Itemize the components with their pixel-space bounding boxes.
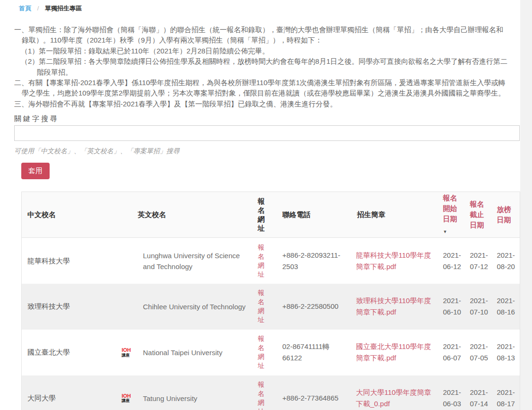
search-input[interactable]	[14, 125, 520, 141]
english-name-text: Tatung University	[143, 393, 197, 404]
header-chinese-name: 中文校名	[22, 192, 116, 238]
registration-start-cell: 2021-06-07	[439, 330, 466, 375]
english-name-text: Chihlee University of Technology	[143, 301, 246, 312]
phone-cell: 02-86741111轉66122	[277, 330, 352, 375]
english-name-text: Lunghwa University of Science and Techno…	[143, 250, 247, 272]
chinese-name-cell: 國立臺北大學	[22, 330, 116, 375]
chinese-name-cell: 致理科技大學	[22, 284, 116, 330]
intro-marker: 一、	[14, 26, 28, 34]
sort-descending-icon: ▼	[443, 227, 463, 237]
english-name-cell: IOH 講座 National Taipei University	[116, 330, 252, 375]
brochure-pdf-link[interactable]: 龍華科技大學110學年度簡章下載.pdf	[356, 251, 431, 270]
ioh-lecture-badge[interactable]: IOH 講座	[122, 348, 143, 357]
registration-url-link[interactable]: 報名網址	[258, 288, 266, 324]
registration-start-cell: 2021-06-12	[439, 238, 466, 284]
breadcrumb-current: 單獨招生專區	[45, 5, 82, 12]
header-brochure: 招生簡章	[352, 192, 439, 238]
header-english-name: 英文校名	[116, 192, 252, 238]
registration-url-link[interactable]: 報名網址	[258, 380, 266, 410]
english-name-cell: IOH 講座 Chihlee University of Technology	[116, 284, 252, 330]
breadcrumb-separator: /	[37, 5, 39, 12]
apply-button[interactable]: 套用	[21, 163, 50, 179]
english-name-text: National Taipei University	[143, 347, 223, 358]
announce-date-cell: 2021-08-17	[493, 375, 520, 410]
header-registration-start-text[interactable]: 報名開始日期	[443, 194, 457, 223]
registration-end-cell: 2021-07-05	[466, 330, 493, 375]
intro-text: 第一階段單招：錄取結果已於110年（2021年）2月28日前陸續公佈完畢。	[39, 47, 269, 55]
intro-marker: （1）	[21, 47, 39, 55]
phone-cell: +886-2-22580500	[277, 284, 352, 330]
phone-cell: +886-2-82093211-2503	[277, 238, 352, 284]
table-row: 致理科技大學 IOH 講座 Chihlee University of Tech…	[22, 284, 520, 330]
table-body: 龍華科技大學 IOH 講座 Lunghwa University of Scie…	[22, 238, 520, 410]
brochure-pdf-link[interactable]: 大同大學110學年度簡章下載_0.pdf	[356, 388, 431, 408]
announce-date-cell: 2021-08-20	[493, 238, 520, 284]
announce-date-cell: 2021-08-13	[493, 330, 520, 375]
registration-url-cell: 報名網址	[252, 375, 277, 410]
table-row: 國立臺北大學 IOH 講座 National Taipei University…	[22, 330, 520, 375]
ioh-badge-top: IOH	[122, 348, 143, 353]
content-panel: 首頁 / 單獨招生專區 一、單獨招生：除了海外聯招會（簡稱「海聯」）的聯合招生（…	[0, 0, 520, 410]
intro-marker: 三、	[14, 100, 28, 108]
intro-paragraph: （1）第一階段單招：錄取結果已於110年（2021年）2月28日前陸續公佈完畢。	[21, 46, 508, 56]
header-announce-date[interactable]: 放榜日期	[493, 192, 520, 238]
header-phone: 聯絡電話	[277, 192, 352, 238]
phone-cell: +886-2-77364865	[277, 375, 352, 410]
english-name-cell: IOH 講座 Tatung University	[116, 375, 252, 410]
breadcrumb: 首頁 / 單獨招生專區	[0, 0, 520, 13]
intro-marker: （2）	[21, 57, 39, 65]
intro-marker: 二、	[14, 79, 28, 87]
breadcrumb-home-link[interactable]: 首頁	[19, 5, 31, 12]
chinese-name-cell: 大同大學	[22, 375, 116, 410]
registration-end-cell: 2021-07-12	[466, 238, 493, 284]
schools-table: 中文校名 英文校名 報名網址 聯絡電話 招生簡章 報名開始日期 ▼ 報名截止日期…	[21, 192, 520, 410]
registration-url-link[interactable]: 報名網址	[258, 243, 266, 279]
search-hint: 可使用「中文校名」、「英文校名」、「專案單招」搜尋	[14, 147, 520, 156]
registration-start-cell: 2021-06-03	[439, 375, 466, 410]
registration-start-cell: 2021-06-10	[439, 284, 466, 330]
search-label: 關鍵字搜尋	[14, 114, 520, 123]
brochure-pdf-link[interactable]: 國立臺北大學110學年度簡章下載.pdf	[356, 342, 431, 362]
header-registration-start[interactable]: 報名開始日期 ▼	[439, 192, 466, 238]
ioh-badge-bottom: 講座	[122, 399, 143, 403]
intro-paragraph: （2）第二階段單招：各大學簡章陸續擇日公佈招生學系及相關時程，放榜時間大約會在每…	[21, 56, 508, 78]
brochure-cell: 龍華科技大學110學年度簡章下載.pdf	[352, 238, 439, 284]
english-name-cell: IOH 講座 Lunghwa University of Science and…	[116, 238, 252, 284]
chinese-name-cell: 龍華科技大學	[22, 238, 116, 284]
intro-paragraph: 一、單獨招生：除了海外聯招會（簡稱「海聯」）的聯合招生（統一報名和錄取），臺灣的…	[14, 25, 508, 46]
ioh-lecture-badge[interactable]: IOH 講座	[122, 393, 143, 403]
intro-text: 單獨招生：除了海外聯招會（簡稱「海聯」）的聯合招生（統一報名和錄取），臺灣的大學…	[22, 26, 503, 44]
table-row: 龍華科技大學 IOH 講座 Lunghwa University of Scie…	[22, 238, 520, 284]
intro-paragraph: 二、有關【專案單招-2021春季入學】係110學年度招生期程，為與各校所辦理11…	[14, 78, 508, 99]
intro-text: 第二階段單招：各大學簡章陸續擇日公佈招生學系及相關時程，放榜時間大約會在每年的8…	[37, 57, 507, 76]
intro-text: 海外聯招會不再就【專案單招-2021春季入學】及【第一階段單招】已錄取之僑、港澳…	[28, 100, 337, 108]
announce-date-cell: 2021-08-16	[493, 284, 520, 330]
header-registration-url: 報名網址	[252, 192, 277, 238]
brochure-cell: 大同大學110學年度簡章下載_0.pdf	[352, 375, 439, 410]
registration-end-cell: 2021-07-14	[466, 375, 493, 410]
registration-url-cell: 報名網址	[252, 284, 277, 330]
table-row: 大同大學 IOH 講座 Tatung University 報名網址	[22, 375, 520, 410]
ioh-badge-bottom: 講座	[122, 353, 143, 358]
registration-url-cell: 報名網址	[252, 330, 277, 375]
brochure-cell: 致理科技大學110學年度簡章下載.pdf	[352, 284, 439, 330]
intro-text: 有關【專案單招-2021春季入學】係110學年度招生期程，為與各校所辦理110學…	[22, 79, 506, 97]
registration-url-link[interactable]: 報名網址	[258, 334, 266, 370]
intro-paragraph: 三、海外聯招會不再就【專案單招-2021春季入學】及【第一階段單招】已錄取之僑、…	[14, 99, 508, 109]
brochure-cell: 國立臺北大學110學年度簡章下載.pdf	[352, 330, 439, 375]
header-registration-end[interactable]: 報名截止日期	[466, 192, 493, 238]
registration-end-cell: 2021-07-10	[466, 284, 493, 330]
brochure-pdf-link[interactable]: 致理科技大學110學年度簡章下載.pdf	[356, 297, 431, 316]
table-header-row: 中文校名 英文校名 報名網址 聯絡電話 招生簡章 報名開始日期 ▼ 報名截止日期…	[22, 192, 520, 238]
registration-url-cell: 報名網址	[252, 238, 277, 284]
intro-notes: 一、單獨招生：除了海外聯招會（簡稱「海聯」）的聯合招生（統一報名和錄取），臺灣的…	[14, 25, 508, 109]
search-section: 關鍵字搜尋 可使用「中文校名」、「英文校名」、「專案單招」搜尋 套用	[14, 114, 520, 179]
header-registration-url-text: 報名網址	[258, 197, 266, 233]
